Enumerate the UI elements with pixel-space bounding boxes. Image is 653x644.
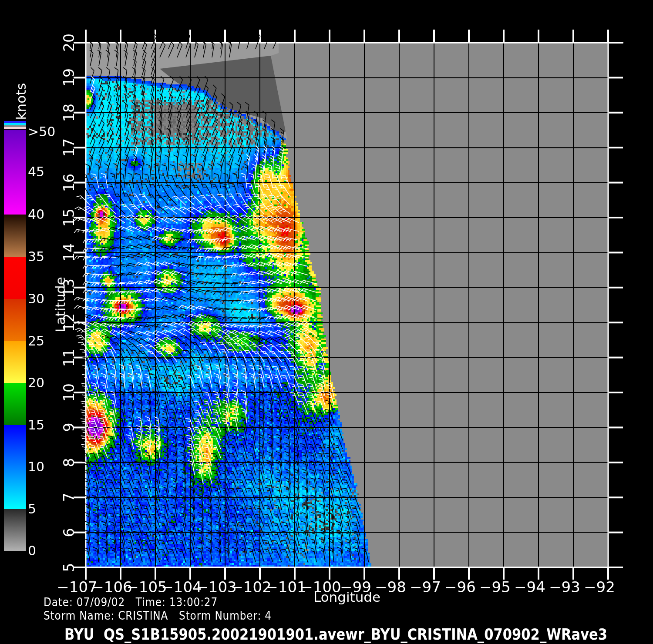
y-tick-label: 20 — [62, 34, 76, 52]
colorbar-tick-label: >50 — [28, 125, 55, 138]
y-tick-label: 8 — [62, 458, 76, 467]
x-tick-label: −92 — [584, 580, 615, 594]
y-tick-label: 15 — [62, 208, 76, 227]
y-tick-label: 11 — [62, 349, 76, 367]
colorbar-tick-label: 5 — [28, 503, 36, 516]
colorbar-tick-label: 0 — [28, 544, 36, 557]
y-tick-label: 7 — [62, 493, 76, 502]
colorbar-segment-0 — [4, 130, 26, 215]
storm-info-line: Storm Name: CRISTINA Storm Number: 4 — [44, 610, 272, 621]
colorbar-segment-6 — [4, 425, 26, 509]
plot-title: BYU QS_S1B15905.20021901901.avewr_BYU_CR… — [64, 627, 607, 642]
x-tick-label: −94 — [514, 580, 545, 594]
colorbar-segment-3 — [4, 299, 26, 341]
colorbar-segment-4 — [4, 341, 26, 383]
x-axis-label: Longitude — [313, 590, 380, 604]
y-tick-label: 17 — [62, 138, 76, 157]
x-tick-label: −96 — [444, 580, 476, 594]
colorbar-band-pink — [4, 127, 26, 129]
colorbar-segment-2 — [4, 257, 26, 299]
colorbar-tick-label: 30 — [28, 292, 44, 305]
colorbar-title: knots — [14, 83, 28, 120]
colorbar-segment-1 — [4, 215, 26, 257]
y-tick-label: 6 — [62, 528, 76, 537]
y-tick-label: 10 — [62, 383, 76, 402]
y-tick-label: 14 — [62, 243, 76, 262]
wind-map-canvas — [0, 0, 653, 644]
colorbar-segment-7 — [4, 509, 26, 551]
y-tick-label: 18 — [62, 104, 76, 122]
colorbar-tick-label: 15 — [28, 419, 44, 432]
colorbar-tick-label: 10 — [28, 460, 44, 473]
x-tick-label: −93 — [549, 580, 580, 594]
y-axis-label: Latitude — [54, 277, 67, 332]
colorbar-segment-5 — [4, 383, 26, 425]
colorbar-tick-label: 40 — [28, 208, 44, 221]
colorbar — [4, 121, 26, 551]
x-tick-label: −97 — [410, 580, 441, 594]
x-tick-label: −95 — [479, 580, 511, 594]
colorbar-tick-label: 20 — [28, 376, 44, 389]
date-time-line: Date: 07/09/02 Time: 13:00:27 — [44, 596, 218, 608]
y-tick-label: 19 — [62, 68, 76, 87]
colorbar-tick-label: 25 — [28, 335, 44, 348]
y-tick-label: 5 — [62, 563, 76, 572]
y-tick-label: 9 — [62, 423, 76, 432]
y-tick-label: 16 — [62, 174, 76, 192]
colorbar-tick-label: 35 — [28, 250, 44, 263]
colorbar-tick-label: 45 — [28, 165, 44, 178]
